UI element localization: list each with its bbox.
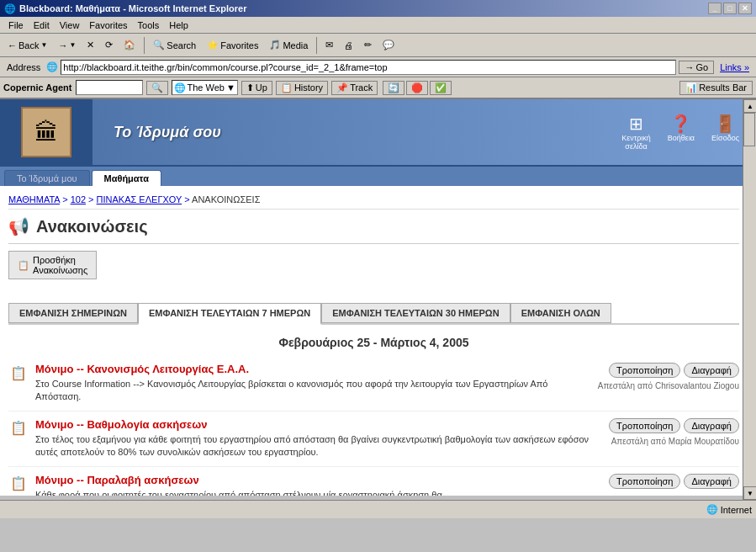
menu-tools[interactable]: Tools bbox=[133, 19, 165, 31]
announcement-3-title: Μόνιμο -- Παραλαβή ασκήσεων bbox=[35, 474, 602, 486]
refresh-button[interactable]: ⟳ bbox=[101, 37, 117, 53]
media-button[interactable]: 🎵 Media bbox=[265, 37, 312, 53]
track-button[interactable]: 📌 Track bbox=[331, 81, 378, 95]
announcement-3-actions: Τροποποίηση Διαγραφή bbox=[609, 474, 739, 492]
back-button[interactable]: ← Back ▼ bbox=[3, 38, 51, 53]
announcement-2-buttons: Τροποποίηση Διαγραφή bbox=[609, 418, 739, 433]
forward-button[interactable]: → ▼ bbox=[54, 38, 80, 53]
forward-arrow-icon: → bbox=[58, 40, 67, 50]
page-header: 🏛 Το Ίδρυμά σου ⊞ Κεντρική σελίδα ❓ Βοήθ… bbox=[0, 99, 756, 167]
login-header-button[interactable]: 🚪 Είσοδος bbox=[711, 114, 739, 151]
scroll-down-button[interactable]: ▼ bbox=[743, 486, 756, 500]
tab-courses[interactable]: Μαθήματα bbox=[92, 170, 161, 186]
filter-7days[interactable]: ΕΜΦΑΝΙΣΗ ΤΕΛΕΥΤΑΙΩΝ 7 ΗΜΕΡΩΝ bbox=[138, 303, 321, 325]
globe-icon: 🌐 bbox=[174, 82, 186, 93]
copernic-bar: Copernic Agent 🔍 🌐 The Web ▼ ⬆ Up 📋 Hist… bbox=[0, 77, 756, 99]
filter-all[interactable]: ΕΜΦΑΝΙΣΗ ΟΛΩΝ bbox=[510, 303, 611, 323]
announcement-2-icon: 📋 bbox=[8, 418, 29, 438]
copernic-search-button[interactable]: 🔍 bbox=[146, 81, 168, 95]
maximize-button[interactable]: □ bbox=[723, 3, 737, 14]
announcement-3-edit-button[interactable]: Τροποποίηση bbox=[609, 474, 680, 489]
internet-icon: 🌐 bbox=[706, 504, 718, 515]
announcement-2-edit-button[interactable]: Τροποποίηση bbox=[609, 418, 680, 433]
announcement-3-delete-button[interactable]: Διαγραφή bbox=[684, 474, 739, 489]
announcement-2-delete-button[interactable]: Διαγραφή bbox=[684, 418, 739, 433]
browser-content: 🏛 Το Ίδρυμά σου ⊞ Κεντρική σελίδα ❓ Βοήθ… bbox=[0, 99, 756, 500]
announcement-2-actions: Τροποποίηση Διαγραφή Απεστάλη από Μαρία … bbox=[609, 418, 739, 446]
history-icon: 📋 bbox=[281, 82, 293, 93]
announcement-1: 📋 Μόνιμο -- Κανονισμός Λειτουργίας Ε.Α.Α… bbox=[8, 356, 739, 411]
toolbar-separator-1 bbox=[144, 37, 145, 54]
refresh-cop-icon: 🔄 bbox=[388, 82, 399, 93]
announcement-1-body: Στο Course Information --> Κανονισμός Λε… bbox=[35, 378, 591, 404]
breadcrumb-current: ΑΝΑΚΟΙΝΩΣΕΙΣ bbox=[192, 194, 260, 204]
copernic-search-input[interactable] bbox=[76, 80, 143, 95]
results-bar-icon: 📊 bbox=[685, 82, 697, 93]
announcement-1-icon: 📋 bbox=[8, 363, 29, 383]
minimize-button[interactable]: _ bbox=[708, 3, 722, 14]
forward-dropdown-icon[interactable]: ▼ bbox=[69, 41, 76, 49]
institution-name: Το Ίδρυμά σου bbox=[101, 124, 234, 141]
menu-favorites[interactable]: Favorites bbox=[84, 19, 132, 31]
menu-edit[interactable]: Edit bbox=[29, 19, 55, 31]
menu-bar: File Edit View Favorites Tools Help bbox=[0, 17, 756, 34]
breadcrumb-courses[interactable]: ΜΑΘΗΜΑΤΑ bbox=[8, 194, 60, 204]
page-title-row: 📢 Ανακοινώσεις bbox=[8, 210, 739, 244]
filter-today[interactable]: ΕΜΦΑΝΙΣΗ ΣΗΜΕΡΙΝΩΝ bbox=[8, 303, 138, 323]
help-header-button[interactable]: ❓ Βοήθεια bbox=[668, 114, 695, 151]
ie-logo-icon: 🌐 bbox=[4, 3, 16, 14]
address-input[interactable] bbox=[61, 60, 676, 75]
edit-button[interactable]: ✏ bbox=[360, 37, 376, 53]
mail-button[interactable]: ✉ bbox=[321, 37, 337, 53]
page-logo: 🏛 bbox=[0, 99, 93, 166]
home-button[interactable]: 🏠 bbox=[119, 37, 140, 53]
main-toolbar: ← Back ▼ → ▼ ✕ ⟳ 🏠 🔍 Search ⭐ Favorites … bbox=[0, 34, 756, 57]
up-button[interactable]: ⬆ Up bbox=[241, 81, 272, 95]
favorites-icon: ⭐ bbox=[207, 40, 219, 50]
breadcrumb-control-panel[interactable]: ΠΙΝΑΚΑΣ ΕΛΕΓΧΟΥ bbox=[97, 194, 182, 204]
history-button[interactable]: 📋 History bbox=[276, 81, 328, 95]
refresh-icon: ⟳ bbox=[105, 40, 113, 50]
breadcrumb-102[interactable]: 102 bbox=[71, 194, 86, 204]
stop-cop-icon: 🛑 bbox=[411, 82, 423, 93]
announcement-1-delete-button[interactable]: Διαγραφή bbox=[684, 363, 739, 378]
refresh-cop-button[interactable]: 🔄 bbox=[383, 81, 404, 95]
menu-view[interactable]: View bbox=[55, 19, 85, 31]
breadcrumb: ΜΑΘΗΜΑΤΑ > 102 > ΠΙΝΑΚΑΣ ΕΛΕΓΧΟΥ > ΑΝΑΚΟ… bbox=[8, 190, 739, 210]
announcement-1-edit-button[interactable]: Τροποποίηση bbox=[609, 363, 680, 378]
tab-my-institution[interactable]: Το Ίδρυμά μου bbox=[4, 170, 90, 186]
stop-cop-button[interactable]: 🛑 bbox=[406, 81, 428, 95]
web-dropdown[interactable]: 🌐 The Web ▼ bbox=[172, 80, 238, 95]
discuss-button[interactable]: 💬 bbox=[378, 37, 399, 53]
menu-file[interactable]: File bbox=[3, 19, 29, 31]
back-arrow-icon: ← bbox=[8, 40, 17, 50]
stop-button[interactable]: ✕ bbox=[82, 37, 98, 53]
scroll-thumb[interactable] bbox=[743, 113, 755, 146]
scroll-up-button[interactable]: ▲ bbox=[743, 99, 756, 113]
search-button[interactable]: 🔍 Search bbox=[149, 37, 200, 53]
green-cop-button[interactable]: ✅ bbox=[430, 81, 452, 95]
address-icon: 🌐 bbox=[46, 61, 58, 72]
links-button[interactable]: Links » bbox=[716, 61, 753, 73]
results-bar-button[interactable]: 📊 Results Bar bbox=[679, 81, 753, 95]
print-button[interactable]: 🖨 bbox=[340, 38, 357, 53]
add-announcement-button[interactable]: 📋 Προσθήκη Ανακοίνωσης bbox=[8, 251, 97, 279]
stop-icon: ✕ bbox=[87, 40, 94, 50]
home-icon: 🏠 bbox=[124, 40, 135, 50]
back-dropdown-icon[interactable]: ▼ bbox=[40, 41, 47, 49]
title-bar: 🌐 Blackboard: Μαθήματα - Microsoft Inter… bbox=[0, 0, 756, 17]
close-button[interactable]: ✕ bbox=[738, 3, 752, 14]
filter-30days[interactable]: ΕΜΦΑΝΙΣΗ ΤΕΛΕΥΤΑΙΩΝ 30 ΗΜΕΡΩΝ bbox=[321, 303, 510, 323]
home-header-icon: ⊞ bbox=[629, 114, 643, 134]
home-header-button[interactable]: ⊞ Κεντρική σελίδα bbox=[621, 114, 651, 151]
go-button[interactable]: → Go bbox=[679, 61, 714, 74]
announcement-1-sender: Απεστάλη από Chrisovalantou Ziogou bbox=[598, 381, 739, 390]
help-header-icon: ❓ bbox=[670, 114, 691, 134]
search-icon: 🔍 bbox=[153, 40, 165, 50]
tab-navigation: Το Ίδρυμά μου Μαθήματα bbox=[0, 167, 756, 186]
announcement-1-buttons: Τροποποίηση Διαγραφή bbox=[609, 363, 739, 378]
favorites-button[interactable]: ⭐ Favorites bbox=[203, 37, 262, 53]
menu-help[interactable]: Help bbox=[164, 19, 193, 31]
edit-icon: ✏ bbox=[364, 40, 372, 50]
announcement-2: 📋 Μόνιμο -- Βαθμολογία ασκήσεων Στο τέλο… bbox=[8, 411, 739, 467]
